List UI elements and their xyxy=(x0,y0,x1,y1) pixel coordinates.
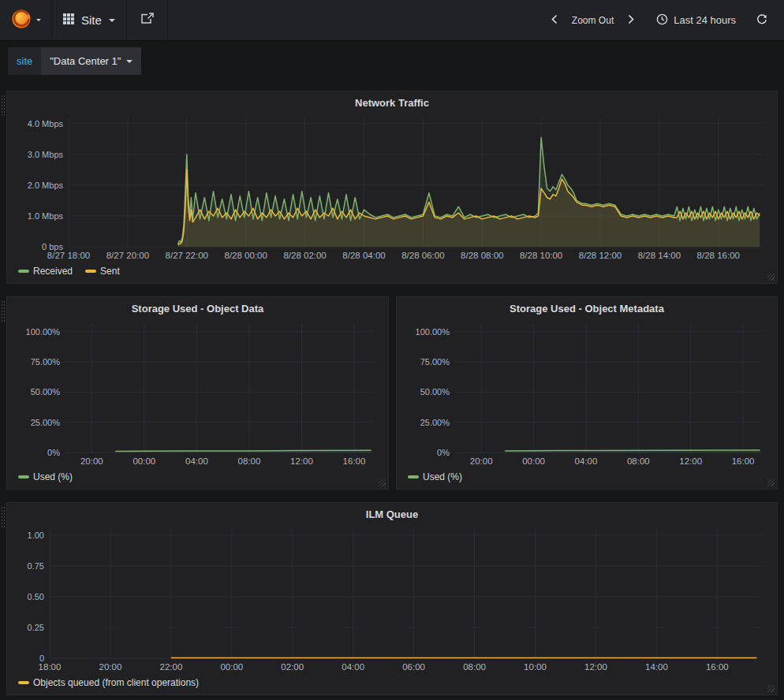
dashboard-row: ILM Queue 00.250.500.751.0018:0020:0022:… xyxy=(6,502,778,695)
panel-ilm-queue: ILM Queue 00.250.500.751.0018:0020:0022:… xyxy=(6,502,778,695)
row-drag-handle-icon[interactable] xyxy=(1,506,5,528)
panel-title[interactable]: Storage Used - Object Data xyxy=(13,300,382,318)
chevron-right-icon xyxy=(628,14,634,27)
chart-legend: ReceivedSent xyxy=(13,262,771,280)
storage-object-metadata-chart[interactable]: 0%25.00%50.00%75.00%100.00%20:0000:0004:… xyxy=(403,318,771,468)
legend-item[interactable]: Objects queued (from client operations) xyxy=(18,677,199,688)
refresh-button[interactable] xyxy=(749,9,775,32)
svg-text:0.75: 0.75 xyxy=(28,561,44,571)
panel-resize-handle[interactable] xyxy=(767,274,775,281)
chevron-left-icon xyxy=(551,14,558,27)
share-icon xyxy=(140,13,154,28)
ilm-queue-chart[interactable]: 00.250.500.751.0018:0020:0022:0000:0002:… xyxy=(13,524,771,674)
panel-resize-handle[interactable] xyxy=(767,479,775,486)
zoom-out-button[interactable]: Zoom Out xyxy=(565,10,621,31)
template-variables-row: site "Data Center 1" xyxy=(0,41,784,81)
panel-title[interactable]: Network Traffic xyxy=(13,94,771,113)
svg-text:100.00%: 100.00% xyxy=(416,327,450,337)
row-drag-handle-icon[interactable] xyxy=(1,95,5,117)
panel-resize-handle[interactable] xyxy=(379,479,386,486)
time-shift-forward-button[interactable] xyxy=(621,9,641,32)
panel-title[interactable]: ILM Queue xyxy=(13,505,771,524)
variable-site: site "Data Center 1" xyxy=(8,47,141,75)
refresh-icon xyxy=(756,13,767,27)
svg-text:0%: 0% xyxy=(437,448,450,457)
svg-text:16:00: 16:00 xyxy=(706,662,729,672)
legend-item[interactable]: Used (%) xyxy=(408,471,462,482)
caret-down-icon xyxy=(109,19,115,22)
legend-series-swatch-icon xyxy=(408,475,419,478)
svg-text:8/28 10:00: 8/28 10:00 xyxy=(520,251,562,260)
zoom-out-label: Zoom Out xyxy=(572,15,614,26)
svg-text:25.00%: 25.00% xyxy=(420,418,450,427)
svg-text:22:00: 22:00 xyxy=(160,662,183,672)
share-dashboard-button[interactable] xyxy=(127,0,168,40)
panel-network-traffic: Network Traffic 0 bps1.0 Mbps2.0 Mbps3.0… xyxy=(6,91,778,284)
svg-text:18:00: 18:00 xyxy=(39,662,62,672)
svg-text:8/28 08:00: 8/28 08:00 xyxy=(461,251,503,260)
svg-text:04:00: 04:00 xyxy=(575,456,598,466)
legend-item[interactable]: Used (%) xyxy=(18,471,73,482)
legend-item[interactable]: Sent xyxy=(85,266,120,277)
row-drag-handle-icon[interactable] xyxy=(1,300,5,322)
topbar: Site Zoom Out xyxy=(0,0,784,41)
svg-text:1.00: 1.00 xyxy=(28,531,44,540)
storage-object-data-chart[interactable]: 0%25.00%50.00%75.00%100.00%20:0000:0004:… xyxy=(13,318,382,468)
svg-text:8/28 16:00: 8/28 16:00 xyxy=(697,251,740,260)
chart-legend: Objects queued (from client operations) xyxy=(13,674,771,691)
svg-text:8/28 02:00: 8/28 02:00 xyxy=(283,251,326,260)
chart-legend: Used (%) xyxy=(403,468,771,486)
svg-text:12:00: 12:00 xyxy=(679,456,702,466)
svg-text:2.0 Mbps: 2.0 Mbps xyxy=(28,181,64,190)
svg-text:14:00: 14:00 xyxy=(645,662,668,672)
svg-text:20:00: 20:00 xyxy=(80,456,103,466)
svg-text:8/28 06:00: 8/28 06:00 xyxy=(401,251,444,260)
svg-text:08:00: 08:00 xyxy=(238,456,261,466)
time-range-label: Last 24 hours xyxy=(674,14,736,26)
legend-series-swatch-icon xyxy=(18,270,29,273)
svg-text:8/27 22:00: 8/27 22:00 xyxy=(166,251,208,260)
panel-storage-object-metadata: Storage Used - Object Metadata 0%25.00%5… xyxy=(396,296,778,490)
dashboard-row: Storage Used - Object Data 0%25.00%50.00… xyxy=(6,296,778,490)
svg-text:75.00%: 75.00% xyxy=(420,357,450,367)
panel-storage-object-data: Storage Used - Object Data 0%25.00%50.00… xyxy=(6,296,389,490)
panel-title[interactable]: Storage Used - Object Metadata xyxy=(403,300,771,318)
svg-text:3.0 Mbps: 3.0 Mbps xyxy=(28,150,64,159)
svg-text:00:00: 00:00 xyxy=(522,456,545,466)
svg-text:8/28 12:00: 8/28 12:00 xyxy=(579,251,622,260)
svg-text:8/28 00:00: 8/28 00:00 xyxy=(225,251,267,260)
variable-site-label: site xyxy=(8,47,41,75)
svg-text:06:00: 06:00 xyxy=(402,662,425,672)
variable-site-value-dropdown[interactable]: "Data Center 1" xyxy=(41,47,141,75)
caret-down-icon xyxy=(36,19,41,21)
dashboard-grid-icon xyxy=(63,13,74,27)
legend-series-label: Received xyxy=(33,266,73,277)
svg-text:02:00: 02:00 xyxy=(281,662,304,672)
svg-text:50.00%: 50.00% xyxy=(420,387,450,397)
svg-text:16:00: 16:00 xyxy=(343,456,366,466)
panel-resize-handle[interactable] xyxy=(767,685,775,692)
caret-down-icon xyxy=(126,60,133,63)
svg-text:0.25: 0.25 xyxy=(28,623,44,632)
legend-series-label: Objects queued (from client operations) xyxy=(33,677,199,688)
dashboard-grid: Network Traffic 0 bps1.0 Mbps2.0 Mbps3.0… xyxy=(0,81,784,695)
svg-text:00:00: 00:00 xyxy=(220,662,243,672)
time-range-picker-button[interactable]: Last 24 hours xyxy=(649,9,743,32)
dashboard-picker-button[interactable]: Site xyxy=(52,0,127,40)
svg-text:8/27 20:00: 8/27 20:00 xyxy=(106,251,149,260)
clock-icon xyxy=(656,13,668,28)
time-shift-back-button[interactable] xyxy=(544,9,565,32)
network-traffic-chart[interactable]: 0 bps1.0 Mbps2.0 Mbps3.0 Mbps4.0 Mbps8/2… xyxy=(13,113,771,262)
time-controls: Zoom Out Last 24 hours xyxy=(544,0,784,40)
legend-series-swatch-icon xyxy=(85,270,96,273)
svg-text:0.50: 0.50 xyxy=(28,592,44,601)
legend-item[interactable]: Received xyxy=(18,266,73,277)
grafana-menu-button[interactable] xyxy=(0,0,52,40)
legend-series-label: Sent xyxy=(100,266,120,277)
svg-text:8/27 18:00: 8/27 18:00 xyxy=(47,251,90,260)
dashboard-title: Site xyxy=(81,13,102,27)
svg-text:04:00: 04:00 xyxy=(342,662,364,672)
legend-series-label: Used (%) xyxy=(423,471,462,482)
legend-series-swatch-icon xyxy=(18,475,29,478)
svg-text:20:00: 20:00 xyxy=(99,662,122,672)
